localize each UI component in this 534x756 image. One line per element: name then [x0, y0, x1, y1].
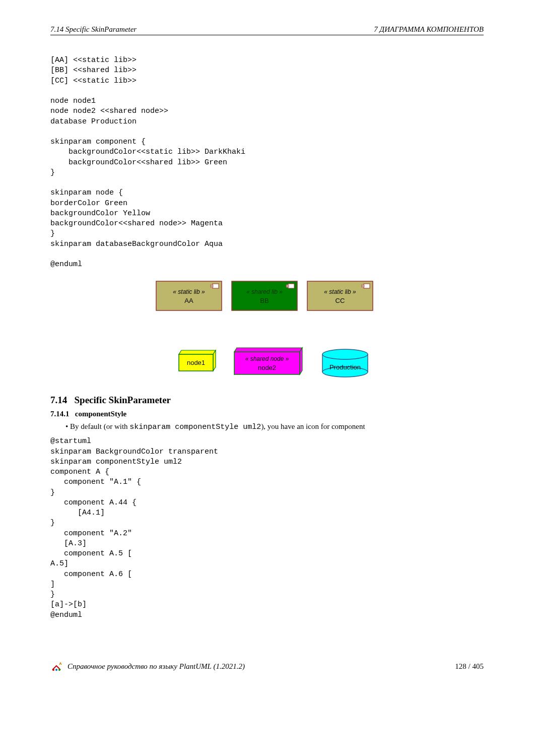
- uml-diagram-svg: « static lib » AA « shared lib » BB « st…: [151, 279, 383, 380]
- svg-point-34: [52, 669, 54, 671]
- svg-rect-13: [364, 284, 370, 288]
- subsection-heading: 7.14.1 componentStyle: [50, 410, 484, 418]
- svg-rect-8: [286, 285, 289, 286]
- code-block-2: @startuml skinparam BackgroundColor tran…: [50, 436, 484, 620]
- svg-text:« shared lib »: « shared lib »: [246, 288, 283, 295]
- svg-text:« static lib »: « static lib »: [173, 288, 205, 295]
- svg-text:node1: node1: [187, 359, 205, 366]
- component-aa: « static lib » AA: [156, 281, 222, 310]
- svg-text:BB: BB: [260, 297, 269, 304]
- svg-rect-15: [362, 286, 364, 287]
- component-cc: « static lib » CC: [307, 281, 373, 310]
- header-right: 7 ДИАГРАММА КОМПОНЕНТОВ: [374, 25, 484, 34]
- svg-text:node2: node2: [258, 364, 276, 371]
- svg-rect-7: [288, 284, 294, 288]
- node1: node1: [179, 350, 216, 371]
- component-bb: « shared lib » BB: [232, 281, 297, 310]
- svg-text:AA: AA: [184, 297, 193, 304]
- svg-text:CC: CC: [336, 297, 345, 304]
- svg-point-35: [55, 669, 57, 671]
- bullet-text: • By default (or with skinparam componen…: [65, 422, 484, 431]
- svg-point-36: [58, 669, 60, 671]
- header-left: 7.14 Specific SkinParameter: [50, 25, 137, 34]
- database-production: Production: [322, 349, 368, 377]
- diagram: « static lib » AA « shared lib » BB « st…: [50, 279, 484, 380]
- svg-text:Production: Production: [329, 363, 361, 371]
- svg-text:« static lib »: « static lib »: [324, 288, 356, 295]
- svg-rect-1: [213, 284, 219, 288]
- code-block-1: [AA] <<static lib>> [BB] <<shared lib>> …: [50, 55, 484, 270]
- svg-text:« shared node »: « shared node »: [245, 355, 289, 362]
- node2: « shared node » node2: [234, 348, 302, 374]
- svg-rect-14: [362, 285, 364, 286]
- section-heading: 7.14 Specific SkinParameter: [50, 395, 484, 406]
- svg-rect-9: [286, 286, 289, 287]
- plantuml-logo-icon: [50, 661, 62, 673]
- svg-rect-2: [211, 285, 213, 286]
- page-number: 128 / 405: [455, 662, 484, 671]
- svg-rect-3: [211, 286, 213, 287]
- svg-marker-23: [234, 348, 302, 352]
- page-header: 7.14 Specific SkinParameter 7 ДИАГРАММА …: [50, 25, 484, 35]
- svg-marker-19: [179, 350, 216, 354]
- page-footer: Справочное руководство по языку PlantUML…: [50, 661, 484, 673]
- footer-text: Справочное руководство по языку PlantUML…: [68, 662, 245, 671]
